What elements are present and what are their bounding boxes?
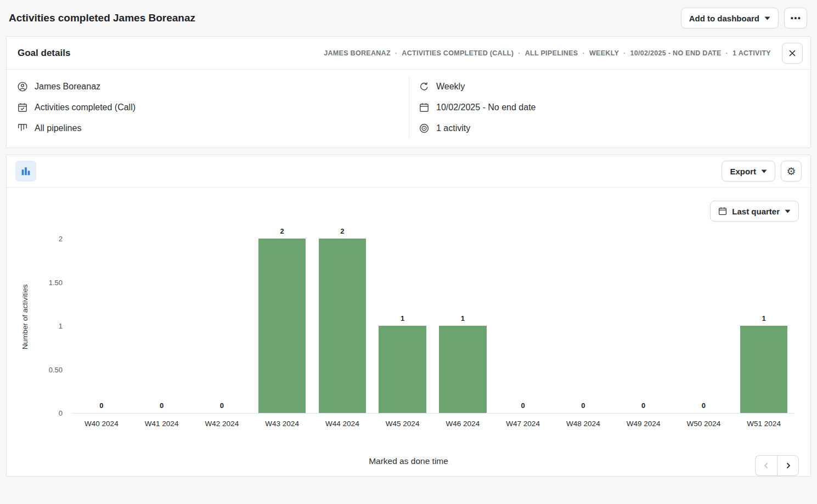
- interval-value: Weekly: [436, 82, 465, 92]
- y-tick-label: 0: [59, 409, 63, 417]
- bar-value-label: 0: [641, 401, 645, 410]
- bar-value-label: 0: [581, 401, 585, 410]
- x-tick-label: W49 2024: [613, 414, 674, 428]
- export-button[interactable]: Export: [722, 161, 775, 182]
- pipeline-icon: [18, 123, 27, 133]
- x-axis-label: Marked as done time: [369, 456, 448, 466]
- interval-row: Weekly: [419, 76, 799, 97]
- bar-column[interactable]: 0: [674, 220, 734, 413]
- target-value: 1 activity: [436, 123, 470, 133]
- more-options-button[interactable]: ⋯: [784, 8, 807, 29]
- header-actions: Add to dashboard ⋯: [681, 8, 807, 29]
- summary-target: 1 ACTIVITY: [733, 49, 771, 57]
- plot-area: 000221100001: [71, 220, 794, 414]
- bar-column[interactable]: 0: [553, 220, 613, 413]
- period-row: Last quarter: [7, 188, 810, 222]
- period-label: Last quarter: [732, 207, 780, 216]
- period-select-button[interactable]: Last quarter: [710, 201, 799, 222]
- calendar-icon: [718, 207, 727, 216]
- close-icon: [788, 49, 796, 57]
- close-button[interactable]: [782, 43, 803, 64]
- y-tick-label: 2: [59, 235, 63, 243]
- ellipsis-icon: ⋯: [790, 13, 801, 24]
- target-row: 1 activity: [419, 118, 799, 139]
- x-tick-label: W45 2024: [373, 414, 433, 428]
- x-axis: W40 2024W41 2024W42 2024W43 2024W44 2024…: [35, 414, 794, 428]
- duration-value: 10/02/2025 - No end date: [436, 103, 536, 112]
- gear-icon: ⚙: [786, 166, 796, 177]
- bar-value-label: 0: [99, 401, 103, 410]
- add-to-dashboard-button[interactable]: Add to dashboard: [681, 8, 779, 29]
- chart-panel: Export ⚙ Last quarter Number of activiti…: [6, 155, 811, 477]
- chevron-left-icon: [763, 462, 770, 469]
- bar[interactable]: [319, 239, 367, 413]
- summary-assignee: JAMES BOREANAZ: [324, 49, 402, 57]
- y-axis-label: Number of activities: [14, 220, 35, 414]
- bar-value-label: 0: [220, 401, 224, 410]
- bar-column[interactable]: 0: [71, 220, 132, 413]
- pagination: [755, 455, 799, 476]
- bar-value-label: 0: [521, 401, 525, 410]
- bar-column[interactable]: 2: [252, 220, 312, 413]
- bar-column[interactable]: 0: [192, 220, 252, 413]
- goal-summary: JAMES BOREANAZ ACTIVITIES COMPLETED (CAL…: [324, 49, 771, 57]
- assignee-value: James Boreanaz: [35, 82, 100, 92]
- prev-page-button[interactable]: [755, 455, 777, 476]
- y-tick-label: 1.50: [49, 279, 63, 287]
- assignee-row: James Boreanaz: [18, 76, 398, 97]
- chart-main: 00.5011.502 000221100001 W40 2024W41 202…: [35, 220, 810, 428]
- header: Activities completed James Boreanaz Add …: [0, 0, 817, 36]
- goal-details-body: James Boreanaz Activities completed (Cal…: [7, 70, 810, 148]
- export-label: Export: [730, 167, 756, 176]
- x-tick-label: W50 2024: [674, 414, 734, 428]
- x-tick-label: W42 2024: [192, 414, 252, 428]
- x-tick-label: W47 2024: [493, 414, 553, 428]
- bar-chart-icon[interactable]: [15, 161, 36, 182]
- x-tick-label: W46 2024: [433, 414, 493, 428]
- summary-interval: WEEKLY: [589, 49, 630, 57]
- user-icon: [18, 82, 27, 92]
- x-tick-label: W51 2024: [734, 414, 794, 428]
- bar-column[interactable]: 1: [433, 220, 493, 413]
- page-title: Activities completed James Boreanaz: [9, 12, 195, 24]
- target-icon: [419, 123, 429, 133]
- page: Activities completed James Boreanaz Add …: [0, 0, 817, 477]
- bar-value-label: 0: [702, 401, 706, 410]
- chevron-down-icon: [761, 169, 767, 173]
- bar-column[interactable]: 0: [132, 220, 192, 413]
- goal-type-row: Activities completed (Call): [18, 97, 398, 118]
- calendar-icon: [419, 103, 429, 112]
- chevron-right-icon: [784, 462, 792, 469]
- y-axis-ticks: 00.5011.502: [35, 220, 71, 414]
- bar-column[interactable]: 0: [613, 220, 674, 413]
- x-tick-label: W48 2024: [553, 414, 613, 428]
- bar-column[interactable]: 1: [734, 220, 794, 413]
- y-tick-label: 1: [59, 322, 63, 330]
- x-tick-label: W40 2024: [71, 414, 132, 428]
- bar[interactable]: [439, 326, 487, 413]
- calendar-check-icon: [18, 103, 27, 112]
- bar[interactable]: [379, 326, 426, 413]
- bar-column[interactable]: 1: [373, 220, 433, 413]
- bar-value-label: 0: [160, 401, 164, 410]
- chart-toolbar-actions: Export ⚙: [722, 161, 802, 182]
- bar-column[interactable]: 2: [312, 220, 373, 413]
- bar-value-label: 1: [762, 314, 766, 322]
- goal-details-left-column: James Boreanaz Activities completed (Cal…: [7, 76, 409, 139]
- bar-column[interactable]: 0: [493, 220, 553, 413]
- repeat-icon: [419, 82, 429, 92]
- add-to-dashboard-label: Add to dashboard: [689, 14, 759, 23]
- bar[interactable]: [258, 239, 306, 413]
- next-page-button[interactable]: [777, 455, 799, 476]
- x-tick-label: W43 2024: [252, 414, 312, 428]
- summary-pipelines: ALL PIPELINES: [525, 49, 589, 57]
- goal-details-panel: Goal details JAMES BOREANAZ ACTIVITIES C…: [6, 36, 811, 148]
- chevron-down-icon: [785, 209, 791, 213]
- chart-area: Number of activities 00.5011.502 0002211…: [7, 220, 810, 428]
- chart-toolbar: Export ⚙: [7, 155, 810, 188]
- settings-button[interactable]: ⚙: [781, 161, 802, 182]
- goal-details-header: Goal details JAMES BOREANAZ ACTIVITIES C…: [7, 37, 810, 70]
- chart-footer: Marked as done time: [7, 456, 810, 476]
- goal-details-title: Goal details: [18, 48, 70, 59]
- bar[interactable]: [740, 326, 788, 413]
